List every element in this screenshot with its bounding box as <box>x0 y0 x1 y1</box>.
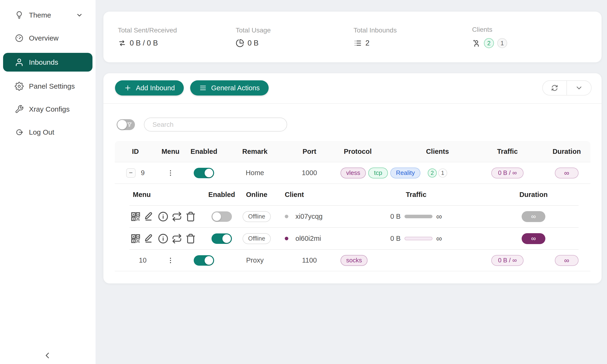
traffic-pill: 0 B / ∞ <box>491 168 523 179</box>
main-content: Total Sent/Received 0 B / 0 B Total Usag… <box>95 0 607 364</box>
refresh-icon <box>551 84 559 92</box>
sidebar-item-panel-settings[interactable]: Panel Settings <box>3 78 92 94</box>
table-header-row: ID Menu Enabled Remark Port Protocol Cli… <box>115 141 590 162</box>
stat-value: 2 <box>365 39 369 47</box>
traffic-pill: 0 B / ∞ <box>491 255 523 266</box>
sidebar-item-inbounds[interactable]: Inbounds <box>3 53 92 72</box>
delete-icon[interactable] <box>185 234 196 244</box>
chevron-down-icon <box>575 84 583 92</box>
sidebar-item-label: Inbounds <box>29 58 58 66</box>
traffic-used: 0 B <box>390 213 401 221</box>
sidebar-item-theme[interactable]: Theme <box>3 7 92 24</box>
duration-pill: ∞ <box>555 168 579 179</box>
list-icon <box>354 39 362 47</box>
subcol-header-enabled: Enabled <box>206 191 237 199</box>
row-menu-button[interactable] <box>167 257 174 264</box>
info-icon[interactable] <box>158 234 168 244</box>
filter-funnel-icon <box>127 122 132 128</box>
sidebar-item-overview[interactable]: Overview <box>3 30 92 46</box>
col-header-port: Port <box>287 148 332 156</box>
stats-card: Total Sent/Received 0 B / 0 B Total Usag… <box>103 12 602 62</box>
pie-chart-icon <box>236 39 244 47</box>
search-input[interactable] <box>144 117 287 131</box>
duration-pill: ∞ <box>522 211 545 222</box>
client-row: Offline xi07ycqg 0 B ∞ <box>130 206 579 228</box>
expanded-clients-section: Menu Enabled Online Client Traffic Durat… <box>130 184 579 250</box>
client-enabled-toggle[interactable] <box>211 211 232 222</box>
gear-icon <box>15 82 24 91</box>
dashboard-icon <box>15 34 24 43</box>
subtable-header-row: Menu Enabled Online Client Traffic Durat… <box>130 184 579 206</box>
refresh-options-button[interactable] <box>567 81 591 95</box>
user-icon <box>15 58 24 67</box>
stat-value: 0 B <box>248 39 259 47</box>
client-enabled-toggle[interactable] <box>211 234 232 244</box>
client-name: xi07ycqg <box>295 213 322 221</box>
client-row: Offline ol60i2mi 0 B ∞ <box>130 228 579 250</box>
stat-label: Total Usage <box>236 26 354 34</box>
sidebar-item-xray-configs[interactable]: Xray Configs <box>3 101 92 117</box>
col-header-clients: Clients <box>403 148 472 156</box>
table-row: 10 Proxy 1100 socks <box>115 250 590 271</box>
chevron-down-icon <box>76 12 83 19</box>
protocol-tag: socks <box>341 255 368 266</box>
qr-code-icon[interactable] <box>131 234 141 244</box>
info-icon[interactable] <box>158 211 168 222</box>
traffic-used: 0 B <box>390 234 401 242</box>
app-window: Theme Overview Inbounds <box>0 0 607 364</box>
filter-toggle[interactable] <box>117 119 135 130</box>
logout-icon <box>15 128 24 137</box>
col-header-id: ID <box>115 148 156 156</box>
swap-arrows-icon <box>118 39 126 47</box>
add-inbound-button[interactable]: Add Inbound <box>115 80 184 95</box>
traffic-progress-bar <box>405 215 433 218</box>
row-remark: Home <box>223 169 287 177</box>
refresh-split-button <box>542 80 592 95</box>
reset-traffic-icon[interactable] <box>172 211 182 222</box>
collapse-row-button[interactable]: − <box>126 168 136 178</box>
clients-online-badge: 2 <box>484 38 494 48</box>
client-status-dot <box>285 215 288 218</box>
stat-clients: Clients 2 1 <box>472 12 507 62</box>
toggle-knob <box>205 256 213 265</box>
toggle-knob <box>222 234 231 243</box>
edit-icon[interactable] <box>144 211 155 222</box>
subcol-header-online: Online <box>237 191 276 199</box>
traffic-progress-bar <box>405 237 433 240</box>
subcol-header-traffic: Traffic <box>344 191 488 199</box>
toolbar: Add Inbound General Actions <box>103 73 602 104</box>
sidebar-item-label: Log Out <box>29 128 54 136</box>
enabled-toggle[interactable] <box>194 168 214 178</box>
subcol-header-client: Client <box>276 191 344 199</box>
reset-traffic-icon[interactable] <box>172 234 182 244</box>
enabled-toggle[interactable] <box>194 255 214 266</box>
wrench-icon <box>15 105 24 114</box>
sidebar-collapse-button[interactable] <box>42 350 53 361</box>
inbounds-card: Add Inbound General Actions <box>103 73 602 284</box>
row-menu-button[interactable] <box>167 169 174 177</box>
sidebar-item-label: Panel Settings <box>29 82 75 90</box>
sidebar: Theme Overview Inbounds <box>0 0 95 364</box>
plus-icon <box>124 84 132 92</box>
online-status-badge: Offline <box>243 211 271 222</box>
row-port: 1100 <box>287 256 332 264</box>
general-actions-button[interactable]: General Actions <box>190 80 269 95</box>
user-star-icon <box>472 39 481 47</box>
stat-label: Clients <box>472 26 507 33</box>
delete-icon[interactable] <box>185 211 196 222</box>
col-header-protocol: Protocol <box>332 148 403 156</box>
sidebar-item-label: Overview <box>29 34 59 42</box>
stat-label: Total Inbounds <box>354 26 472 34</box>
sidebar-item-label: Xray Configs <box>29 105 70 113</box>
refresh-button[interactable] <box>543 81 567 95</box>
hamburger-icon <box>199 84 207 92</box>
qr-code-icon[interactable] <box>131 211 141 222</box>
protocol-tag: vless <box>341 168 366 179</box>
sidebar-item-logout[interactable]: Log Out <box>3 124 92 141</box>
client-name: ol60i2mi <box>295 234 321 242</box>
sidebar-item-label: Theme <box>29 11 51 19</box>
clients-total-badge: 1 <box>438 169 447 178</box>
col-header-menu: Menu <box>156 148 185 156</box>
edit-icon[interactable] <box>144 234 155 244</box>
stat-value: 0 B / 0 B <box>130 39 158 47</box>
